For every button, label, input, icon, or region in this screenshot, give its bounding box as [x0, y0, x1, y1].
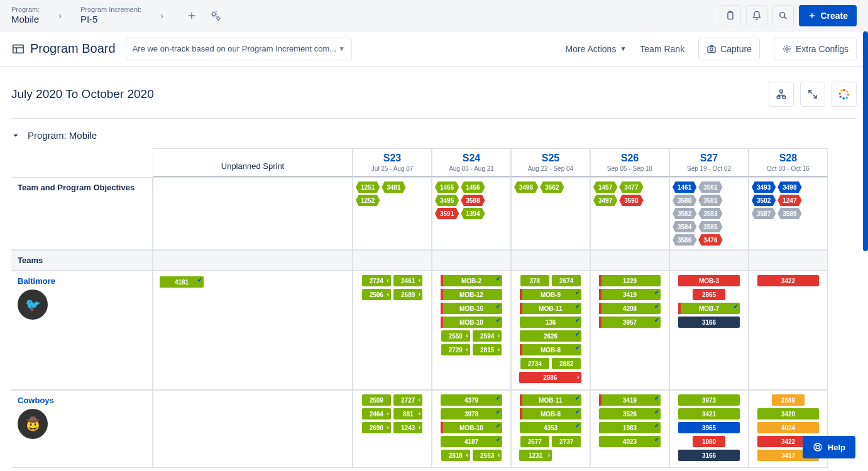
- feature-card[interactable]: 4187✔: [441, 436, 503, 447]
- feature-card[interactable]: 3957✔: [599, 317, 661, 328]
- feature-card[interactable]: 2594: [473, 330, 502, 342]
- feature-card[interactable]: 136✔: [520, 317, 582, 328]
- objective-chip[interactable]: 3591: [435, 208, 459, 219]
- feature-card[interactable]: 2882: [552, 358, 581, 369]
- feature-card[interactable]: 2689: [393, 289, 422, 300]
- objective-chip[interactable]: 1252: [356, 195, 380, 206]
- feature-card[interactable]: MOB-3: [678, 275, 740, 286]
- feature-card[interactable]: MOB-8✔: [520, 408, 582, 420]
- team-name[interactable]: Baltimore: [18, 276, 146, 286]
- feature-card[interactable]: 4023✔: [599, 436, 661, 447]
- feature-card[interactable]: MOB-11✔: [520, 303, 582, 314]
- feature-card[interactable]: 1243: [393, 422, 422, 433]
- objective-chip[interactable]: 3587: [752, 208, 776, 219]
- feature-card[interactable]: 3421: [678, 408, 740, 420]
- objective-chip[interactable]: 1456: [461, 181, 485, 193]
- feature-card[interactable]: 2889: [772, 394, 805, 406]
- clipboard-icon[interactable]: [720, 5, 741, 26]
- objective-chip[interactable]: 3497: [593, 195, 617, 206]
- feature-card[interactable]: 4181✔: [160, 276, 204, 288]
- feature-card[interactable]: 2729: [441, 344, 470, 355]
- feature-card[interactable]: 2690: [362, 422, 391, 433]
- feature-card[interactable]: 2461: [393, 275, 422, 286]
- create-button[interactable]: Create: [799, 5, 857, 26]
- objective-chip[interactable]: 3580: [673, 195, 696, 206]
- objective-chip[interactable]: 3586: [673, 234, 696, 246]
- objective-chip[interactable]: 3584: [673, 221, 696, 232]
- feature-card[interactable]: 3978✔: [441, 408, 503, 420]
- bell-icon[interactable]: [746, 5, 767, 26]
- objective-chip[interactable]: 1457: [593, 181, 617, 193]
- feature-card[interactable]: MOB-2✔: [441, 275, 503, 286]
- feature-card[interactable]: 3419✔: [599, 394, 661, 406]
- objective-chip[interactable]: 1251: [356, 181, 380, 193]
- feature-card[interactable]: 2886: [519, 372, 581, 383]
- feature-card[interactable]: 2677: [520, 436, 549, 447]
- feature-card[interactable]: 3420: [757, 408, 820, 420]
- more-actions-dropdown[interactable]: More Actions ▼: [565, 44, 626, 54]
- prompt-dropdown[interactable]: Are we on-track based on our Program Inc…: [126, 38, 352, 60]
- section-program[interactable]: Program: Mobile: [0, 119, 868, 148]
- objective-chip[interactable]: 1461: [673, 181, 696, 193]
- feature-card[interactable]: 3422: [757, 275, 820, 286]
- extra-configs-button[interactable]: Extra Configs: [774, 38, 857, 60]
- team-rank-link[interactable]: Team Rank: [640, 44, 684, 54]
- feature-card[interactable]: 2865: [693, 289, 725, 300]
- feature-card[interactable]: 2727: [393, 394, 422, 406]
- feature-card[interactable]: 2464: [362, 408, 391, 420]
- feature-card[interactable]: 2550: [441, 330, 470, 342]
- feature-card[interactable]: 4208✔: [599, 303, 661, 314]
- objective-chip[interactable]: 3585: [698, 221, 722, 232]
- feature-card[interactable]: 1229: [599, 275, 661, 286]
- objective-chip[interactable]: 3589: [777, 208, 801, 219]
- feature-card[interactable]: 2626✔: [520, 330, 582, 342]
- objective-chip[interactable]: 3581: [698, 195, 722, 206]
- feature-card[interactable]: 2818: [441, 450, 470, 461]
- objective-chip[interactable]: 3495: [435, 195, 459, 206]
- objective-chip[interactable]: 3582: [673, 208, 696, 219]
- capture-button[interactable]: Capture: [698, 38, 760, 60]
- feature-card[interactable]: 4353✔: [520, 422, 582, 433]
- expand-icon[interactable]: [800, 82, 825, 107]
- objective-chip[interactable]: 3496: [514, 181, 538, 193]
- feature-card[interactable]: 3526✔: [599, 408, 661, 420]
- feature-card[interactable]: 4379✔: [441, 394, 503, 406]
- feature-card[interactable]: MOB-16✔: [441, 303, 503, 314]
- feature-card[interactable]: MOB-10✔: [441, 317, 503, 328]
- objective-chip[interactable]: 1455: [435, 181, 459, 193]
- color-wheel-icon[interactable]: [832, 82, 857, 107]
- feature-card[interactable]: 3965: [678, 422, 740, 433]
- feature-card[interactable]: MOB-7✔: [678, 303, 740, 314]
- feature-card[interactable]: 378: [520, 275, 549, 286]
- feature-card[interactable]: 3166: [678, 317, 740, 328]
- feature-card[interactable]: 2734: [520, 358, 549, 369]
- objective-chip[interactable]: 3588: [461, 195, 485, 206]
- feature-card[interactable]: 1983✔: [599, 422, 661, 433]
- feature-card[interactable]: MOB-10✔: [441, 422, 503, 433]
- feature-card[interactable]: 3166: [678, 450, 740, 461]
- objective-chip[interactable]: 3583: [698, 208, 722, 219]
- objective-chip[interactable]: 3493: [752, 181, 776, 193]
- objective-chip[interactable]: 3590: [619, 195, 643, 206]
- feature-card[interactable]: 2506: [362, 289, 391, 300]
- feature-card[interactable]: 2509: [362, 394, 391, 406]
- feature-card[interactable]: MOB-12: [441, 289, 503, 300]
- feature-card[interactable]: 2724: [362, 275, 391, 286]
- objective-chip[interactable]: 1247: [777, 195, 801, 206]
- objective-chip[interactable]: 3498: [777, 181, 801, 193]
- objective-chip[interactable]: 3476: [698, 234, 722, 246]
- objective-chip[interactable]: 1394: [461, 208, 485, 219]
- feature-card[interactable]: 1080: [693, 436, 725, 447]
- feature-card[interactable]: 2737: [552, 436, 581, 447]
- objective-chip[interactable]: 3477: [619, 181, 643, 193]
- feature-card[interactable]: 2553: [473, 450, 502, 461]
- feature-card[interactable]: 2815: [473, 344, 502, 355]
- scrollbar[interactable]: [863, 31, 868, 251]
- objective-chip[interactable]: 3481: [382, 181, 405, 193]
- feature-card[interactable]: 4024: [757, 422, 820, 433]
- breadcrumb-program[interactable]: Program: Mobile: [11, 6, 40, 25]
- help-button[interactable]: Help: [803, 436, 855, 458]
- feature-card[interactable]: 3419✔: [599, 289, 661, 300]
- settings-gears-icon[interactable]: [206, 6, 225, 25]
- feature-card[interactable]: MOB-9✔: [520, 289, 582, 300]
